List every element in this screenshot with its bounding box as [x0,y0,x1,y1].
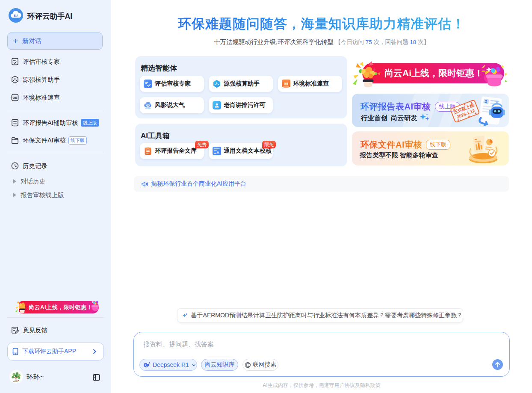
svg-text:A: A [216,151,219,155]
svg-text:EIA: EIA [14,14,18,17]
svg-text:GB: GB [284,82,289,85]
svg-text:GB: GB [12,96,18,100]
